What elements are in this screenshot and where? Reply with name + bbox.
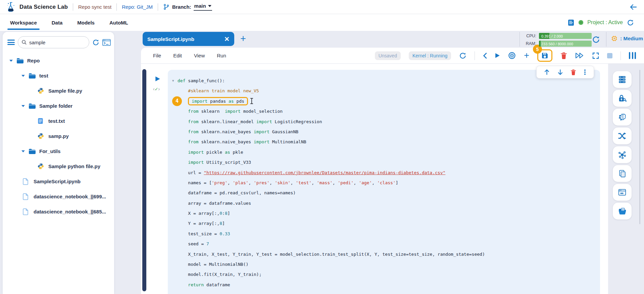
code-line[interactable]: model.fit(X_train, Y_train);: [178, 270, 600, 280]
nav-tab-workspace[interactable]: Workspace: [10, 20, 37, 26]
meters-refresh-icon[interactable]: [592, 36, 600, 44]
tree-item[interactable]: datascience_notebook_||685...: [3, 204, 114, 219]
code-line[interactable]: url = "https://raw.githubusercontent.com…: [178, 168, 600, 178]
caret-down-icon[interactable]: [9, 60, 13, 62]
move-down-icon[interactable]: [557, 69, 563, 75]
add-cell-icon[interactable]: +: [524, 51, 529, 60]
code-line[interactable]: from sklearn import model_selection: [178, 106, 600, 116]
instance-size[interactable]: : Medium: [611, 35, 643, 42]
code-line[interactable]: model = MultinomialNB(): [178, 259, 600, 270]
project-refresh-icon[interactable]: [627, 19, 634, 26]
tree-item[interactable]: test.txt: [3, 113, 114, 129]
branch-value[interactable]: main: [194, 3, 212, 11]
code-line[interactable]: array = dataframe.values: [178, 198, 600, 208]
code-token: Utiity_script_V33: [204, 160, 251, 165]
nav-tab-models[interactable]: Models: [77, 20, 95, 26]
stop-icon[interactable]: [607, 53, 612, 58]
search-input[interactable]: [29, 40, 86, 45]
project-report-icon[interactable]: [567, 19, 575, 26]
chevron-left-icon[interactable]: [483, 53, 487, 59]
code-line[interactable]: test_size = 0.33: [178, 229, 600, 239]
nav-tab-data[interactable]: Data: [52, 20, 63, 26]
folder-icon: [16, 57, 24, 64]
cpu-value: 0.391 / 2.000: [539, 34, 563, 38]
caret-down-icon[interactable]: [21, 150, 25, 152]
nav-tab-automl[interactable]: AutoML: [109, 20, 128, 26]
repo-name-link[interactable]: Repo: Git_JM: [122, 4, 153, 10]
code-token: def: [178, 78, 188, 83]
terminal-icon[interactable]: [102, 39, 111, 46]
server-rail-button[interactable]: [613, 71, 632, 88]
file-tree: RepotestSample file.pySample foldertest.…: [3, 53, 114, 219]
more-options-icon[interactable]: [584, 69, 586, 76]
caret-down-icon[interactable]: [21, 105, 25, 107]
run-all-icon[interactable]: [575, 52, 584, 59]
cell-run-icon[interactable]: [155, 76, 160, 82]
app-logo-flask-icon: [6, 1, 16, 12]
file-search-box[interactable]: [18, 36, 89, 48]
chevron-down-icon: [208, 5, 211, 7]
tree-item[interactable]: For_utils: [3, 144, 114, 159]
code-line[interactable]: names = ['preg', 'plas', 'pres', 'skin',…: [178, 178, 600, 188]
code-line[interactable]: Y = array[:,8]: [178, 218, 600, 229]
code-line[interactable]: X_train, X_test, Y_train, Y_test = model…: [178, 249, 600, 259]
folder-open-rail-button[interactable]: [613, 203, 632, 219]
delete-icon[interactable]: [571, 69, 576, 76]
cell-actions-toolbar: [536, 66, 594, 79]
tree-item[interactable]: Sample folder: [3, 98, 114, 113]
save-button-highlight[interactable]: 5: [537, 49, 552, 62]
back-arrow-icon[interactable]: [629, 3, 638, 11]
run-target-icon[interactable]: [508, 52, 516, 59]
divider: [519, 32, 520, 47]
code-line[interactable]: #sklearn train model new_V5: [178, 86, 600, 96]
new-tab-button[interactable]: +: [240, 33, 246, 44]
repo-sync-link[interactable]: Repo sync test: [78, 4, 111, 10]
code-line[interactable]: from sklearn.linear_model import Logisti…: [178, 117, 600, 127]
code-line[interactable]: from sklearn.naive_bayes import Gaussian…: [178, 127, 600, 137]
tree-item[interactable]: Sample file.py: [3, 83, 114, 98]
code-line[interactable]: X = array[:,0:8]: [178, 208, 600, 218]
network-rail-button[interactable]: [613, 146, 632, 163]
tree-item[interactable]: samp.py: [3, 129, 114, 144]
cell-selection-bar[interactable]: [142, 69, 146, 291]
menu-view[interactable]: View: [194, 53, 205, 58]
notebook-tab[interactable]: SampleScript.ipynb ✕: [143, 32, 234, 46]
rail-scrollbar[interactable]: [639, 70, 640, 224]
tree-item[interactable]: test: [3, 68, 114, 83]
save-icon[interactable]: [541, 52, 549, 59]
caret-down-icon[interactable]: [21, 75, 25, 77]
code-line[interactable]: from sklearn.naive_bayes import Multinom…: [178, 137, 600, 147]
code-line[interactable]: seed = 7: [178, 239, 600, 249]
code-line[interactable]: import pickle as pkle: [178, 147, 600, 157]
code-line[interactable]: 4 import pandas as pds: [178, 96, 600, 106]
column-layout-icon[interactable]: [629, 52, 636, 59]
hamburger-menu-icon[interactable]: [7, 40, 15, 45]
shuffle-rail-button[interactable]: [613, 128, 632, 144]
menu-edit[interactable]: Edit: [173, 53, 182, 58]
code-line[interactable]: return dataframe: [178, 280, 600, 290]
tree-item[interactable]: SampleScript.ipynb: [3, 174, 114, 189]
code-token: names = [: [178, 180, 212, 185]
lock-key-rail-button[interactable]: [613, 90, 632, 107]
window-console-rail-button[interactable]: [613, 184, 632, 201]
tree-item[interactable]: Sample python file.py: [3, 159, 114, 174]
close-tab-icon[interactable]: ✕: [224, 36, 230, 42]
code-line[interactable]: import Utiity_script_V33: [178, 157, 600, 167]
code-cell[interactable]: ▾def sample_func(): #sklearn train model…: [168, 70, 600, 294]
delete-cell-icon[interactable]: [560, 52, 567, 59]
branch-selector[interactable]: Branch: main: [172, 3, 212, 11]
fullscreen-icon[interactable]: [592, 52, 599, 59]
copy-rail-button[interactable]: [613, 165, 632, 182]
tree-refresh-icon[interactable]: [92, 39, 99, 46]
menu-file[interactable]: File: [153, 53, 161, 58]
tree-item-label: SampleScript.ipynb: [34, 179, 81, 184]
fold-caret-icon[interactable]: ▾: [172, 76, 174, 86]
run-cell-icon[interactable]: [495, 53, 500, 58]
code-line[interactable]: dataframe = pd.read_csv(url, names=names…: [178, 188, 600, 198]
brain-rail-button[interactable]: [613, 109, 632, 126]
tree-item[interactable]: Repo: [3, 53, 114, 68]
move-up-icon[interactable]: [544, 69, 550, 75]
tree-item[interactable]: datascience_notebook_||699...: [3, 189, 114, 204]
menu-run[interactable]: Run: [217, 53, 226, 58]
kernel-refresh-icon[interactable]: [459, 52, 466, 59]
